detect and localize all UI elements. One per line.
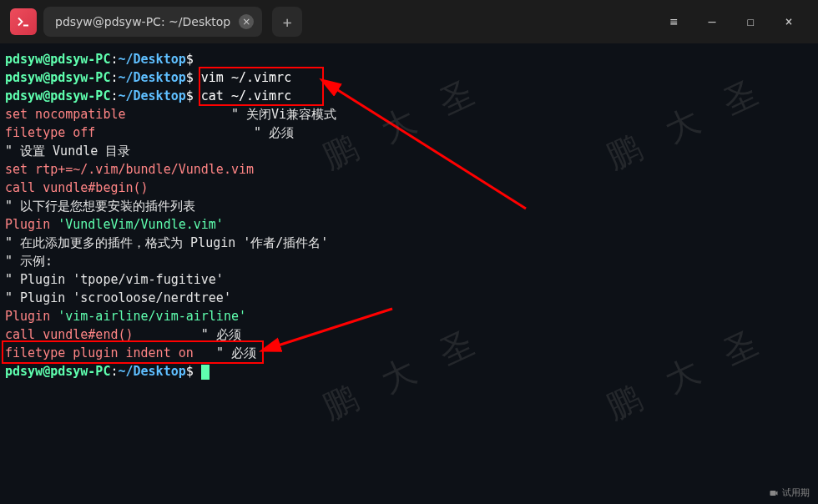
- prompt-line-current: pdsyw@pdsyw-PC:~/Desktop$: [5, 362, 813, 381]
- output-line: " Plugin 'tpope/vim-fugitive': [5, 270, 813, 289]
- output-line: set nocompatible " 关闭Vi兼容模式: [5, 105, 813, 123]
- prompt-line-vim: pdsyw@pdsyw-PC:~/Desktop$ vim ~/.vimrc: [5, 68, 813, 87]
- prompt-line-cat: pdsyw@pdsyw-PC:~/Desktop$ cat ~/.vimrc: [5, 87, 813, 105]
- maximize-button[interactable]: ☐: [731, 7, 770, 37]
- output-line: " 设置 Vundle 目录: [5, 142, 813, 160]
- tab-title: pdsyw@pdsyw-PC: ~/Desktop: [55, 15, 230, 28]
- tab-close-button[interactable]: ×: [239, 14, 254, 29]
- output-line-airline: Plugin 'vim-airline/vim-airline': [5, 307, 813, 325]
- close-window-button[interactable]: ×: [770, 7, 808, 37]
- output-line: " 以下行是您想要安装的插件列表: [5, 197, 813, 215]
- active-tab[interactable]: pdsyw@pdsyw-PC: ~/Desktop ×: [43, 7, 262, 37]
- output-line: call vundle#begin(): [5, 179, 813, 197]
- command-cat: cat ~/.vimrc: [194, 88, 291, 103]
- output-line: filetype off " 必须: [5, 123, 813, 142]
- prompt-line: pdsyw@pdsyw-PC:~/Desktop$: [5, 50, 813, 68]
- minimize-button[interactable]: —: [693, 7, 731, 37]
- output-line: " Plugin 'scrooloose/nerdtree': [5, 289, 813, 307]
- output-line: set rtp+=~/.vim/bundle/Vundle.vim: [5, 160, 813, 179]
- output-line: Plugin 'VundleVim/Vundle.vim': [5, 215, 813, 234]
- cursor: [201, 365, 210, 380]
- titlebar: pdsyw@pdsyw-PC: ~/Desktop × + ≡ — ☐ ×: [0, 0, 818, 43]
- window-controls: ≡ — ☐ ×: [654, 7, 808, 37]
- menu-button[interactable]: ≡: [654, 7, 693, 37]
- svg-rect-2: [770, 491, 776, 496]
- user-host: pdsyw@pdsyw-PC: [5, 52, 110, 67]
- terminal-window: pdsyw@pdsyw-PC: ~/Desktop × + ≡ — ☐ × pd…: [0, 0, 818, 504]
- output-line: call vundle#end() " 必须: [5, 325, 813, 344]
- command-vim: vim ~/.vimrc: [194, 70, 291, 85]
- terminal-app-icon: [10, 8, 37, 35]
- camera-icon: [769, 488, 779, 498]
- new-tab-button[interactable]: +: [272, 7, 302, 37]
- status-trial: 试用期: [769, 486, 810, 499]
- terminal-body[interactable]: pdsyw@pdsyw-PC:~/Desktop$ pdsyw@pdsyw-PC…: [0, 43, 818, 387]
- output-line: filetype plugin indent on " 必须: [5, 344, 813, 362]
- output-line: " 示例:: [5, 252, 813, 270]
- output-line: " 在此添加更多的插件，格式为 Plugin '作者/插件名': [5, 234, 813, 252]
